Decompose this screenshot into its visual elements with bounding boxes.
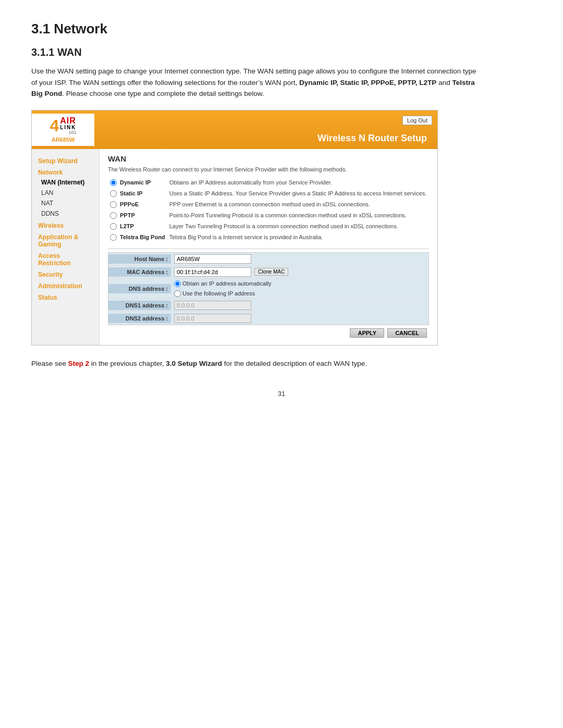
- sidebar-item-wireless[interactable]: Wireless: [32, 219, 99, 230]
- sidebar-item-wan[interactable]: WAN (Internet): [32, 177, 99, 188]
- settings-grid: Host Name : MAC Address : Clone MAC DNS …: [108, 252, 429, 325]
- dns-address-row: DNS address : Obtain an IP address autom…: [108, 279, 429, 299]
- sidebar-item-access-restriction[interactable]: Access Restriction: [32, 249, 99, 268]
- dns-manual-radio[interactable]: [174, 290, 181, 297]
- sidebar-item-app-gaming[interactable]: Application & Gaming: [32, 230, 99, 249]
- table-row: Static IP Uses a Static IP Address. Your…: [108, 189, 429, 200]
- logo-air: AIR: [60, 117, 76, 125]
- intro-bold-items: Dynamic IP, Static IP, PPPoE, PPTP, L2TP: [299, 79, 436, 87]
- intro-and: and: [436, 79, 452, 87]
- wan-section-title: WAN: [108, 154, 429, 163]
- header-title: Wireless N Router Setup: [317, 133, 432, 144]
- host-name-label: Host Name :: [108, 254, 171, 264]
- dns1-label: DNS1 address :: [108, 301, 171, 310]
- footer-paragraph: Please see Step 2 in the previous chapte…: [31, 358, 480, 369]
- intro-end: . Please choose one type and complete th…: [62, 90, 264, 97]
- router-model: AR685W: [52, 137, 75, 143]
- static-ip-radio[interactable]: [110, 190, 117, 197]
- dynamic-ip-desc: Obtains an IP Address automatically from…: [167, 178, 429, 189]
- logout-button[interactable]: Log Out: [402, 116, 432, 125]
- dynamic-ip-label: Dynamic IP: [119, 178, 167, 189]
- table-row: Dynamic IP Obtains an IP Address automat…: [108, 178, 429, 189]
- dns2-label: DNS2 address :: [108, 314, 171, 323]
- wan-options-table: Dynamic IP Obtains an IP Address automat…: [108, 178, 429, 243]
- dns2-value: [171, 312, 429, 325]
- mac-address-row: MAC Address : Clone MAC: [108, 266, 429, 279]
- dns-manual-label: Use the following IP address: [182, 290, 255, 297]
- table-row: L2TP Layer Two Tunneling Protocol is a c…: [108, 221, 429, 232]
- logo-text: AIR LINK 101: [60, 117, 76, 135]
- pptp-desc: Point-to-Point Tunneling Protocol is a c…: [167, 211, 429, 221]
- sidebar-item-ddns[interactable]: DDNS: [32, 208, 99, 219]
- dns2-row: DNS2 address :: [108, 312, 429, 325]
- pppoe-label: PPPoE: [119, 200, 167, 211]
- dns-auto-label: Obtain an IP address automatically: [182, 280, 271, 287]
- router-sidebar: Setup Wizard Network WAN (Internet) LAN …: [32, 149, 100, 345]
- router-content: WAN The Wireless Router can connect to y…: [100, 149, 437, 345]
- mac-address-input[interactable]: [174, 267, 251, 277]
- divider: [108, 249, 429, 249]
- mac-address-label: MAC Address :: [108, 267, 171, 277]
- dns-address-value: Obtain an IP address automatically Use t…: [171, 279, 429, 299]
- sidebar-item-setup-wizard[interactable]: Setup Wizard: [32, 154, 99, 166]
- table-row: Telstra Big Pond Telstra Big Pond is a I…: [108, 232, 429, 243]
- router-header: 4 AIR LINK 101 AR685W Log Out Wireless N…: [32, 110, 437, 149]
- static-ip-label: Static IP: [119, 189, 167, 200]
- host-name-value: [171, 253, 429, 265]
- table-row: PPTP Point-to-Point Tunneling Protocol i…: [108, 211, 429, 221]
- dynamic-ip-radio[interactable]: [110, 179, 117, 186]
- l2tp-desc: Layer Two Tunneling Protocol is a common…: [167, 221, 429, 232]
- telstra-desc: Telstra Big Pond is a Internet service i…: [167, 232, 429, 243]
- mac-address-value: Clone MAC: [171, 266, 429, 278]
- apply-button[interactable]: APPLY: [350, 328, 384, 338]
- dns-auto-radio[interactable]: [174, 280, 181, 287]
- logo-4-icon: 4: [50, 117, 59, 134]
- dns-address-label: DNS address :: [108, 284, 171, 293]
- telstra-label: Telstra Big Pond: [119, 232, 167, 243]
- wan-description: The Wireless Router can connect to your …: [108, 166, 429, 172]
- page-title: 3.1 Network: [31, 21, 532, 37]
- header-right: Log Out Wireless N Router Setup: [317, 114, 432, 146]
- cancel-button[interactable]: CANCEL: [387, 328, 427, 338]
- router-body: Setup Wizard Network WAN (Internet) LAN …: [32, 149, 437, 345]
- logo-101: 101: [60, 130, 76, 135]
- logo-area: 4 AIR LINK 101 AR685W: [32, 114, 94, 146]
- dns2-input[interactable]: [174, 314, 251, 323]
- sidebar-item-administration[interactable]: Administration: [32, 279, 99, 291]
- dns-auto-option: Obtain an IP address automatically: [174, 280, 271, 287]
- l2tp-label: L2TP: [119, 221, 167, 232]
- step2-label: Step 2: [68, 360, 90, 367]
- sidebar-item-lan[interactable]: LAN: [32, 188, 99, 198]
- pppoe-radio[interactable]: [110, 201, 117, 208]
- table-row: PPPoE PPP over Ethernet is a common conn…: [108, 200, 429, 211]
- l2tp-radio[interactable]: [110, 223, 117, 230]
- dns1-input[interactable]: [174, 301, 251, 310]
- host-name-row: Host Name :: [108, 253, 429, 266]
- dns1-row: DNS1 address :: [108, 299, 429, 312]
- sidebar-item-status[interactable]: Status: [32, 291, 99, 302]
- footer-end: for the detailed description of each WAN…: [222, 360, 367, 367]
- page-number: 31: [31, 390, 532, 398]
- dns-manual-option: Use the following IP address: [174, 290, 425, 297]
- clone-mac-button[interactable]: Clone MAC: [254, 268, 288, 276]
- sidebar-item-security[interactable]: Security: [32, 268, 99, 279]
- host-name-input[interactable]: [174, 254, 251, 264]
- sidebar-item-nat[interactable]: NAT: [32, 198, 99, 208]
- intro-paragraph: Use the WAN setting page to change your …: [31, 66, 480, 100]
- logo-airlink: 4 AIR LINK 101: [50, 117, 76, 135]
- static-ip-desc: Uses a Static IP Address. Your Service P…: [167, 189, 429, 200]
- pppoe-desc: PPP over Ethernet is a common connection…: [167, 200, 429, 211]
- dns1-value: [171, 299, 429, 312]
- sidebar-item-network[interactable]: Network: [32, 166, 99, 177]
- telstra-radio[interactable]: [110, 234, 117, 241]
- setup-wizard-label: 3.0 Setup Wizard: [166, 360, 222, 367]
- pptp-radio[interactable]: [110, 212, 117, 219]
- section-title: 3.1.1 WAN: [31, 46, 532, 58]
- footer-rest: in the previous chapter,: [89, 360, 166, 367]
- pptp-label: PPTP: [119, 211, 167, 221]
- button-row: APPLY CANCEL: [108, 325, 429, 340]
- router-frame: 4 AIR LINK 101 AR685W Log Out Wireless N…: [31, 110, 438, 346]
